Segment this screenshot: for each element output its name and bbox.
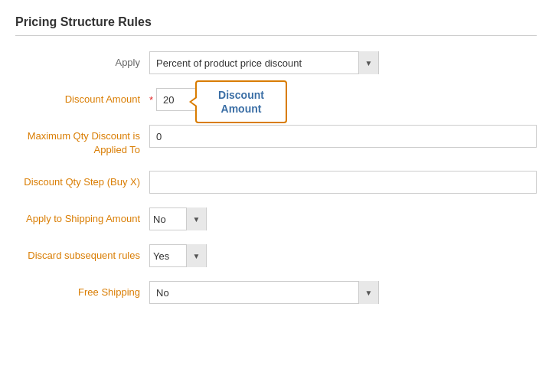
discount-qty-step-input[interactable] — [149, 171, 537, 194]
discount-amount-label: Discount Amount — [15, 88, 149, 106]
discount-qty-step-control — [149, 171, 537, 194]
required-indicator: * — [149, 94, 153, 106]
discard-rules-arrow-icon[interactable] — [186, 244, 206, 267]
discount-amount-row: Discount Amount * Discount Amount — [15, 88, 537, 111]
free-shipping-arrow-icon[interactable] — [358, 281, 378, 304]
free-shipping-row: Free Shipping No Yes For matching items … — [15, 281, 537, 304]
discard-rules-control: Yes No — [149, 244, 537, 267]
tooltip-text: Discount Amount — [218, 89, 264, 115]
discount-amount-control: * Discount Amount — [149, 88, 537, 111]
apply-select-wrap[interactable]: Percent of product price discount Fixed … — [149, 51, 379, 74]
discount-amount-input[interactable] — [156, 88, 217, 111]
free-shipping-select-wrap[interactable]: No Yes For matching items only For shipm… — [149, 281, 379, 304]
discard-rules-select[interactable]: Yes No — [150, 245, 186, 266]
section-title: Pricing Structure Rules — [15, 15, 537, 36]
discount-qty-step-label: Discount Qty Step (Buy X) — [15, 171, 149, 189]
free-shipping-select[interactable]: No Yes For matching items only For shipm… — [150, 282, 358, 303]
apply-shipping-label: Apply to Shipping Amount — [15, 207, 149, 226]
apply-shipping-control: No Yes — [149, 207, 537, 230]
discount-qty-step-row: Discount Qty Step (Buy X) — [15, 171, 537, 194]
max-qty-input[interactable] — [149, 125, 537, 148]
apply-shipping-select[interactable]: No Yes — [150, 208, 186, 230]
apply-row: Apply Percent of product price discount … — [15, 51, 537, 74]
apply-shipping-select-wrap[interactable]: No Yes — [149, 207, 207, 230]
apply-select-arrow-icon[interactable] — [358, 51, 378, 74]
apply-select[interactable]: Percent of product price discount Fixed … — [150, 52, 358, 74]
discard-rules-row: Discard subsequent rules Yes No — [15, 244, 537, 267]
discard-rules-select-wrap[interactable]: Yes No — [149, 244, 207, 267]
apply-shipping-arrow-icon[interactable] — [186, 207, 206, 230]
apply-shipping-row: Apply to Shipping Amount No Yes — [15, 207, 537, 230]
free-shipping-control: No Yes For matching items only For shipm… — [149, 281, 537, 304]
max-qty-label: Maximum Qty Discount is Applied To — [15, 125, 149, 157]
apply-control: Percent of product price discount Fixed … — [149, 51, 537, 74]
max-qty-control — [149, 125, 537, 148]
discard-rules-label: Discard subsequent rules — [15, 244, 149, 263]
free-shipping-label: Free Shipping — [15, 281, 149, 299]
max-qty-row: Maximum Qty Discount is Applied To — [15, 125, 537, 157]
apply-label: Apply — [15, 51, 149, 70]
